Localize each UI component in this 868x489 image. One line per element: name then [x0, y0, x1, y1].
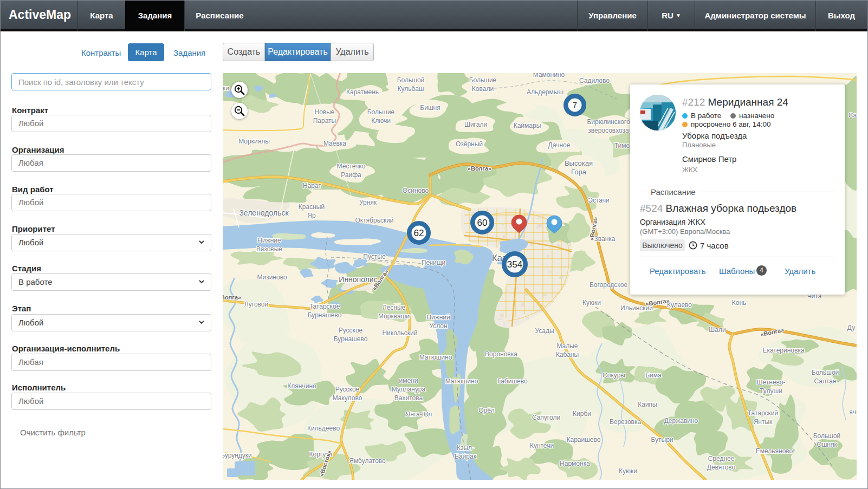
svg-text:Лесные: Лесные: [383, 304, 406, 311]
svg-text:Бутыри: Бутыри: [651, 436, 673, 444]
svg-text:зверосовхоза: зверосовхоза: [588, 127, 629, 134]
svg-text:Бурнашево: Бурнашево: [308, 311, 342, 319]
svg-text:Ковали: Ковали: [472, 85, 494, 93]
svg-text:Октябрьский: Октябрьский: [355, 217, 393, 224]
svg-text:Куюки: Куюки: [582, 299, 601, 307]
svg-text:Урняк: Урняк: [359, 199, 377, 206]
svg-text:Нижний: Нижний: [426, 314, 450, 321]
svg-text:Осиново: Осиново: [403, 187, 429, 194]
svg-text:Иннополис: Иннополис: [339, 275, 377, 284]
svg-text:Нижние: Нижние: [257, 237, 281, 244]
svg-text:Сокуры: Сокуры: [603, 371, 625, 379]
svg-text:Шетнево-: Шетнево-: [757, 379, 786, 386]
svg-text:Моркиялы: Моркиялы: [238, 138, 270, 145]
svg-text:Каипы: Каипы: [638, 401, 657, 408]
svg-text:Каймары: Каймары: [514, 122, 541, 129]
svg-text:Янтык: Янтык: [754, 418, 773, 426]
svg-text:Кабаны: Кабаны: [556, 351, 579, 358]
svg-text:Конь: Конь: [732, 299, 747, 307]
svg-text:Кунтечи: Кунтечи: [530, 442, 554, 449]
svg-text:Большой: Большой: [397, 76, 425, 84]
svg-text:ячи: ячи: [849, 408, 857, 416]
svg-text:Кулаево: Кулаево: [667, 301, 692, 309]
svg-text:Параты: Параты: [313, 117, 336, 125]
svg-text:Девятово: Девятово: [707, 464, 736, 471]
svg-text:Гора: Гора: [571, 168, 587, 176]
svg-text:Мулланура: Мулланура: [392, 386, 426, 393]
svg-text:60: 60: [477, 218, 488, 228]
svg-text:Шали: Шали: [709, 326, 726, 334]
svg-text:Русское: Русское: [335, 386, 360, 393]
svg-text:Екатериновка: Екатериновка: [762, 347, 805, 354]
svg-text:Макулово: Макулово: [333, 394, 362, 402]
svg-text:Дачное: Дачное: [548, 141, 571, 149]
svg-text:Караишево: Караишево: [567, 436, 601, 444]
svg-text:Сапуголи: Сапуголи: [532, 414, 560, 421]
svg-text:Званка: Званка: [594, 235, 616, 243]
svg-text:Луговой: Луговой: [244, 301, 268, 308]
svg-text:Клянчино: Клянчино: [287, 382, 316, 390]
svg-text:Пустые: Пустые: [363, 253, 386, 260]
svg-text:Малые: Малые: [556, 342, 578, 350]
svg-text:Бурнашево: Бурнашево: [334, 335, 368, 343]
svg-text:«Волга»: «Волга»: [223, 294, 241, 301]
svg-text:Кильдеево: Кильдеево: [307, 425, 340, 432]
svg-text:Никольский: Никольский: [382, 329, 417, 337]
svg-text:Зеленодольск: Зеленодольск: [239, 208, 289, 217]
svg-text:Новые: Новые: [314, 108, 334, 116]
svg-text:Садилово: Садилово: [579, 77, 610, 84]
svg-text:«Волга»: «Волга»: [468, 165, 491, 172]
svg-text:Татарское: Татарское: [309, 303, 340, 310]
svg-text:Высокая: Высокая: [565, 159, 593, 167]
svg-text:Сал: Сал: [848, 112, 857, 119]
svg-text:Емельяново: Емельяново: [756, 447, 793, 455]
svg-text:Нармонка: Нармонка: [560, 460, 590, 467]
svg-text:Орёл: Орёл: [478, 407, 495, 414]
svg-text:Державино: Державино: [664, 417, 698, 425]
svg-text:Ямбулатово: Ямбулатово: [349, 457, 386, 465]
svg-text:Габишево: Габишево: [497, 377, 528, 385]
svg-text:Ду: Ду: [847, 324, 855, 331]
svg-text:Моркваши: Моркваши: [378, 312, 410, 320]
svg-text:Русское: Русское: [339, 327, 363, 334]
svg-text:354: 354: [507, 259, 522, 270]
svg-text:Большой: Большой: [813, 432, 841, 440]
svg-text:Печищи: Печищи: [422, 259, 445, 266]
svg-text:Богородское: Богородское: [590, 281, 627, 289]
svg-text:Большие: Большие: [469, 76, 497, 84]
svg-text:Каратмень: Каратмень: [346, 88, 379, 96]
svg-text:Эстачи: Эстачи: [588, 197, 609, 204]
svg-text:Ошняк: Ошняк: [817, 441, 837, 448]
svg-text:Большой: Большой: [812, 369, 839, 376]
svg-text:Кзыл-: Кзыл-: [457, 444, 474, 452]
svg-text:Вороновка: Вороновка: [485, 350, 517, 358]
svg-text:Красный: Красный: [299, 203, 325, 211]
svg-text:Нарат: Нарат: [303, 182, 321, 190]
svg-text:Мамонино: Мамонино: [533, 73, 565, 79]
svg-text:ки: ки: [223, 84, 229, 92]
svg-text:Альдермыш: Альдермыш: [527, 88, 563, 96]
svg-text:Янга-Юл: Янга-Юл: [406, 410, 432, 418]
svg-text:Услон: Услон: [429, 322, 447, 330]
svg-text:имени: имени: [399, 377, 418, 384]
svg-text:Местечко: Местечко: [337, 162, 366, 170]
svg-text:Яр: Яр: [307, 212, 316, 219]
svg-text:Среднее: Среднее: [708, 455, 735, 462]
svg-text:Байрак: Байрак: [455, 453, 477, 460]
svg-text:Матюшино: Матюшино: [445, 377, 478, 385]
svg-text:Матюшино: Матюшино: [419, 354, 452, 361]
svg-text:Маевка: Маевка: [323, 140, 346, 147]
svg-text:Куюки: Куюки: [619, 467, 637, 475]
svg-text:Шигали: Шигали: [464, 121, 487, 128]
svg-text:Вязовые: Вязовые: [256, 245, 282, 253]
svg-text:Раифа: Раифа: [341, 171, 361, 179]
svg-text:Мизиново: Мизиново: [257, 273, 287, 281]
svg-text:Озёрный: Озёрный: [456, 140, 483, 148]
svg-text:Салтан: Салтан: [814, 377, 836, 385]
svg-text:Кирби: Кирби: [573, 410, 591, 418]
svg-text:Бима: Бима: [645, 371, 662, 379]
svg-text:Большие: Большие: [367, 108, 395, 116]
svg-text:Тулуши: Тулуши: [760, 387, 782, 395]
svg-text:Вахитова: Вахитова: [394, 394, 423, 402]
svg-text:Татарский: Татарский: [748, 409, 779, 417]
